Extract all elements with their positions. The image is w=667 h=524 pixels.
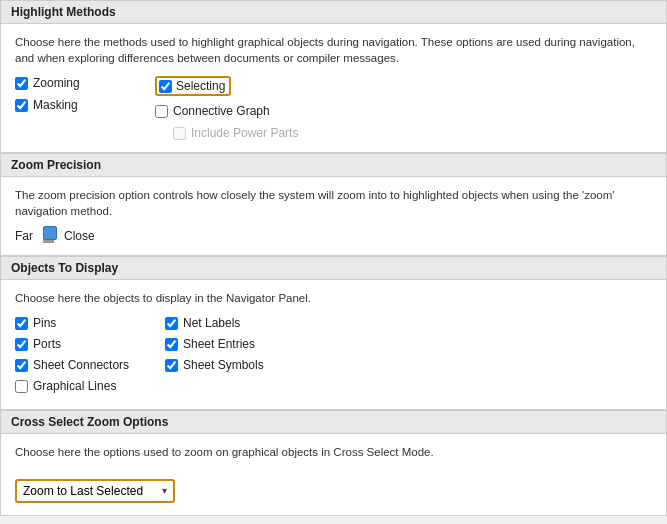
object-checkbox[interactable]	[15, 317, 28, 330]
cross-select-section: Cross Select Zoom Options Choose here th…	[0, 410, 667, 515]
connective-graph-label: Connective Graph	[173, 104, 270, 118]
object-checkbox[interactable]	[165, 359, 178, 372]
objects-col-left: PinsPortsSheet ConnectorsGraphical Lines	[15, 316, 165, 397]
far-label: Far	[15, 229, 33, 243]
highlight-methods-section: Highlight Methods Choose here the method…	[0, 0, 667, 153]
include-power-parts-row: Include Power Parts	[173, 126, 652, 140]
objects-to-display-header: Objects To Display	[1, 257, 666, 280]
masking-row: Masking	[15, 98, 155, 112]
list-item: Sheet Entries	[165, 337, 652, 351]
masking-label: Masking	[33, 98, 78, 112]
list-item: Net Labels	[165, 316, 652, 330]
slider-thumb[interactable]	[43, 226, 57, 240]
list-item: Graphical Lines	[15, 379, 165, 393]
cross-select-body: Choose here the options used to zoom on …	[1, 434, 666, 514]
object-checkbox[interactable]	[15, 380, 28, 393]
highlight-methods-header: Highlight Methods	[1, 1, 666, 24]
object-label: Sheet Symbols	[183, 358, 264, 372]
highlight-col-right: Selecting Connective Graph Include Power…	[155, 76, 652, 140]
objects-to-display-section: Objects To Display Choose here the objec…	[0, 256, 667, 410]
dropdown-arrow-icon: ▾	[162, 485, 167, 496]
highlight-col-left: Zooming Masking	[15, 76, 155, 140]
masking-checkbox[interactable]	[15, 99, 28, 112]
objects-to-display-body: Choose here the objects to display in th…	[1, 280, 666, 409]
objects-to-display-description: Choose here the objects to display in th…	[15, 290, 652, 306]
zoom-slider-row: Far	[15, 229, 652, 243]
cross-select-dropdown[interactable]: Zoom to Last SelectedZoom to All Selecte…	[23, 484, 153, 498]
cross-select-header: Cross Select Zoom Options	[1, 411, 666, 434]
selecting-label: Selecting	[176, 79, 225, 93]
list-item: Pins	[15, 316, 165, 330]
object-checkbox[interactable]	[15, 359, 28, 372]
selecting-highlighted: Selecting	[155, 76, 231, 96]
list-item: Ports	[15, 337, 165, 351]
highlight-methods-body: Choose here the methods used to highligh…	[1, 24, 666, 152]
zooming-label: Zooming	[33, 76, 80, 90]
cross-select-description: Choose here the options used to zoom on …	[15, 444, 652, 460]
object-checkbox[interactable]	[15, 338, 28, 351]
zooming-checkbox[interactable]	[15, 77, 28, 90]
connective-graph-checkbox[interactable]	[155, 105, 168, 118]
object-label: Graphical Lines	[33, 379, 116, 393]
object-label: Ports	[33, 337, 61, 351]
highlight-methods-grid: Zooming Masking Selecting Connective Gra…	[15, 76, 652, 140]
include-power-parts-checkbox	[173, 127, 186, 140]
cross-select-dropdown-wrapper[interactable]: Zoom to Last SelectedZoom to All Selecte…	[15, 479, 175, 503]
close-label: Close	[64, 229, 95, 243]
object-checkbox[interactable]	[165, 338, 178, 351]
selecting-checkbox[interactable]	[159, 80, 172, 93]
objects-col-right: Net LabelsSheet EntriesSheet Symbols	[165, 316, 652, 397]
highlight-methods-description: Choose here the methods used to highligh…	[15, 34, 652, 66]
object-checkbox[interactable]	[165, 317, 178, 330]
zooming-row: Zooming	[15, 76, 155, 90]
slider-track	[43, 230, 54, 234]
connective-graph-row: Connective Graph	[155, 104, 652, 118]
object-label: Sheet Entries	[183, 337, 255, 351]
zoom-precision-header: Zoom Precision	[1, 154, 666, 177]
zoom-precision-description: The zoom precision option controls how c…	[15, 187, 652, 219]
list-item: Sheet Symbols	[165, 358, 652, 372]
zoom-precision-section: Zoom Precision The zoom precision option…	[0, 153, 667, 256]
object-label: Net Labels	[183, 316, 240, 330]
objects-grid: PinsPortsSheet ConnectorsGraphical Lines…	[15, 316, 652, 397]
object-label: Pins	[33, 316, 56, 330]
zoom-precision-body: The zoom precision option controls how c…	[1, 177, 666, 255]
slider-wrapper	[43, 230, 54, 243]
object-label: Sheet Connectors	[33, 358, 129, 372]
selecting-row: Selecting	[155, 76, 652, 96]
list-item: Sheet Connectors	[15, 358, 165, 372]
include-power-parts-label: Include Power Parts	[191, 126, 298, 140]
